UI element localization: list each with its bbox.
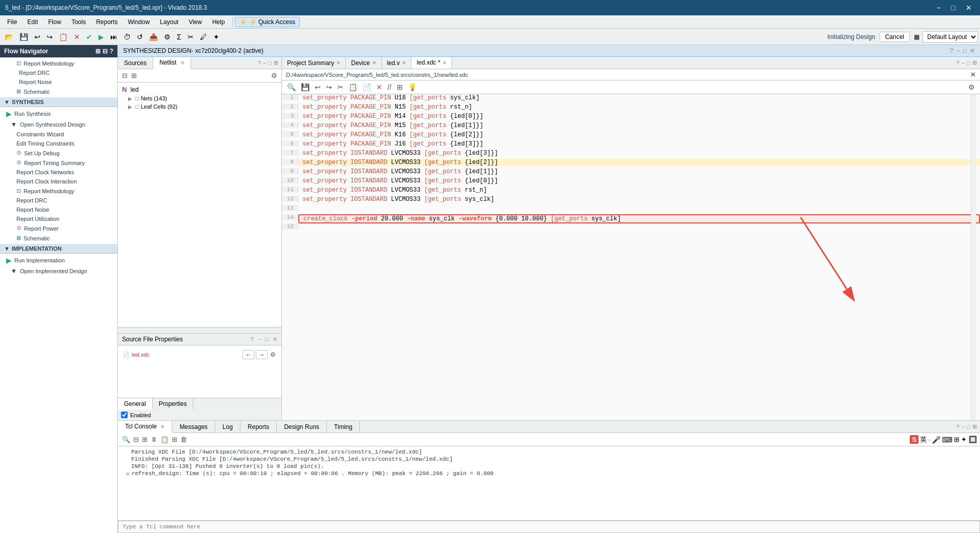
tab-project-summary-close[interactable]: ✕ (336, 60, 340, 66)
editor-redo-btn[interactable]: ↪ (324, 82, 334, 92)
nav-report-drc[interactable]: Report DRC (0, 196, 117, 205)
editor-bulb-btn[interactable]: 💡 (406, 82, 419, 92)
sum-button[interactable]: Σ (174, 31, 184, 43)
bottom-max-icon[interactable]: □ (967, 424, 970, 430)
editor-search-btn[interactable]: 🔍 (285, 82, 298, 92)
quick-access-button[interactable]: ⚡ ⚡ Quick Access (235, 17, 300, 27)
editor-table-btn[interactable]: ⊞ (395, 82, 405, 92)
console-search-btn[interactable]: 🔍 (121, 435, 131, 444)
tree-item-led[interactable]: N led (120, 85, 279, 94)
nav-pin-icon[interactable]: ⊞ (95, 48, 100, 55)
tab-netlist[interactable]: Netlist ✕ (153, 57, 191, 69)
editor-undo-btn[interactable]: ↩ (313, 82, 323, 92)
nav-open-impl-design[interactable]: ▼ Open Implemented Design (0, 266, 117, 276)
editor-help-icon[interactable]: ? (956, 60, 959, 66)
src-props-help-icon[interactable]: ? (251, 336, 254, 343)
tab-device-close[interactable]: ✕ (372, 60, 376, 66)
menu-file[interactable]: File (2, 17, 22, 27)
editor-comment-btn[interactable]: // (385, 82, 394, 92)
console-clear-btn[interactable]: 🗑 (179, 435, 188, 444)
undo-button[interactable]: ↩ (32, 31, 43, 43)
bottom-min-icon[interactable]: − (962, 424, 965, 430)
tab-led-v[interactable]: led.v ✕ (382, 57, 412, 69)
tab-log[interactable]: Log (215, 421, 240, 433)
sources-collapse-all[interactable]: ⊟ (121, 71, 129, 80)
tab-tcl-close[interactable]: ✕ (160, 424, 165, 429)
nav-report-methodology[interactable]: ⊡ Report Methodology (0, 186, 117, 196)
menu-tools[interactable]: Tools (66, 17, 91, 27)
editor-min-icon[interactable]: − (962, 60, 965, 66)
nav-item-report-drc-pre[interactable]: Report DRC (0, 68, 117, 77)
tree-item-nets[interactable]: ▶ □ Nets (143) (120, 94, 279, 102)
bottom-help-icon[interactable]: ? (956, 424, 959, 430)
tab-led-xdc-close[interactable]: ✕ (442, 60, 446, 66)
editor-save-btn[interactable]: 💾 (299, 82, 312, 92)
minimize-button[interactable]: − (933, 3, 944, 13)
settings-button[interactable]: ⚙ (161, 31, 173, 43)
nav-report-noise[interactable]: Report Noise (0, 205, 117, 214)
menu-window[interactable]: Window (122, 17, 155, 27)
nav-setup-debug[interactable]: ⚙ Set Up Debug (0, 148, 117, 158)
tab-project-summary[interactable]: Project Summary ✕ (282, 57, 346, 69)
editor-paste-btn[interactable]: 📄 (360, 82, 373, 92)
tab-led-xdc[interactable]: led.xdc * ✕ (412, 57, 452, 69)
cut-button[interactable]: ✂ (185, 31, 196, 43)
sources-hier-view[interactable]: ⊞ (130, 71, 138, 80)
editor-cut-btn[interactable]: ✂ (335, 82, 345, 92)
timing-button[interactable]: ⏱ (121, 31, 133, 43)
src-props-close-icon[interactable]: ✕ (273, 336, 277, 343)
nav-open-synth-design[interactable]: ▼ Open Synthesized Design (0, 119, 117, 130)
synth-header-close-icon[interactable]: ✕ (970, 47, 975, 54)
prop-prev-button[interactable]: ← (242, 350, 254, 359)
editor-path-close[interactable]: ✕ (970, 71, 976, 78)
sources-settings[interactable]: ⚙ (270, 71, 278, 80)
tab-led-v-close[interactable]: ✕ (402, 60, 406, 66)
redo-button[interactable]: ↪ (44, 31, 55, 43)
copy-button[interactable]: 📋 (56, 31, 70, 43)
sources-help-icon[interactable]: ? (258, 60, 261, 66)
nav-constraints-wizard[interactable]: Constraints Wizard (0, 130, 117, 139)
nav-report-power[interactable]: ⚙ Report Power (0, 223, 117, 233)
tab-general[interactable]: General (118, 398, 153, 409)
nav-expand-icon[interactable]: ⊟ (103, 48, 108, 55)
bottom-expand-icon[interactable]: ⊞ (972, 423, 977, 430)
implementation-section-header[interactable]: ▼ IMPLEMENTATION (0, 244, 117, 254)
save-button[interactable]: 💾 (17, 31, 31, 43)
src-props-max-icon[interactable]: □ (265, 336, 269, 343)
editor-copy-btn[interactable]: 📋 (346, 82, 359, 92)
cancel-button[interactable]: Cancel (880, 32, 910, 42)
open-button[interactable]: 📂 (2, 31, 16, 43)
src-props-min-icon[interactable]: − (258, 336, 261, 343)
console-copy-btn[interactable]: 📋 (159, 435, 170, 444)
menu-help[interactable]: Help (207, 17, 230, 27)
nav-run-synthesis[interactable]: ▶ Run Synthesis (0, 108, 117, 119)
console-collapse-btn[interactable]: ⊟ (132, 435, 140, 444)
nav-help-icon[interactable]: ? (110, 48, 113, 55)
nav-run-implementation[interactable]: ▶ Run Implementation (0, 255, 117, 266)
menu-layout[interactable]: Layout (155, 17, 183, 27)
tab-properties[interactable]: Properties (153, 398, 194, 409)
code-editor[interactable]: 1set_property PACKAGE_PIN U18 [get_ports… (282, 94, 980, 420)
tab-messages[interactable]: Messages (172, 421, 215, 433)
menu-flow[interactable]: Flow (43, 17, 66, 27)
sources-min-icon[interactable]: − (263, 60, 266, 66)
maximize-button[interactable]: □ (948, 3, 958, 13)
connect-button[interactable]: ✔ (84, 31, 95, 43)
synth-header-max-icon[interactable]: □ (963, 47, 967, 54)
editor-settings-btn[interactable]: ⚙ (966, 82, 977, 92)
tab-netlist-close[interactable]: ✕ (180, 60, 185, 66)
sources-expand-icon[interactable]: ⊞ (274, 59, 278, 66)
nav-edit-timing-constraints[interactable]: Edit Timing Constraints (0, 139, 117, 148)
refresh-button[interactable]: ↺ (134, 31, 146, 43)
nav-item-schematic-pre[interactable]: ⊠ Schematic (0, 87, 117, 96)
console-expand-btn[interactable]: ⊞ (141, 435, 149, 444)
editor-expand-icon[interactable]: ⊞ (972, 59, 977, 66)
tab-tcl-console[interactable]: Tcl Console ✕ (118, 421, 172, 433)
star-button[interactable]: ✦ (211, 31, 222, 43)
step-button[interactable]: ⏭ (108, 31, 120, 43)
console-table-btn[interactable]: ⊞ (171, 435, 178, 444)
tab-timing[interactable]: Timing (327, 421, 360, 433)
erase-button[interactable]: 🖊 (197, 31, 210, 43)
code-vscrollbar[interactable] (971, 94, 976, 420)
nav-report-clock-interaction[interactable]: Report Clock Interaction (0, 177, 117, 186)
